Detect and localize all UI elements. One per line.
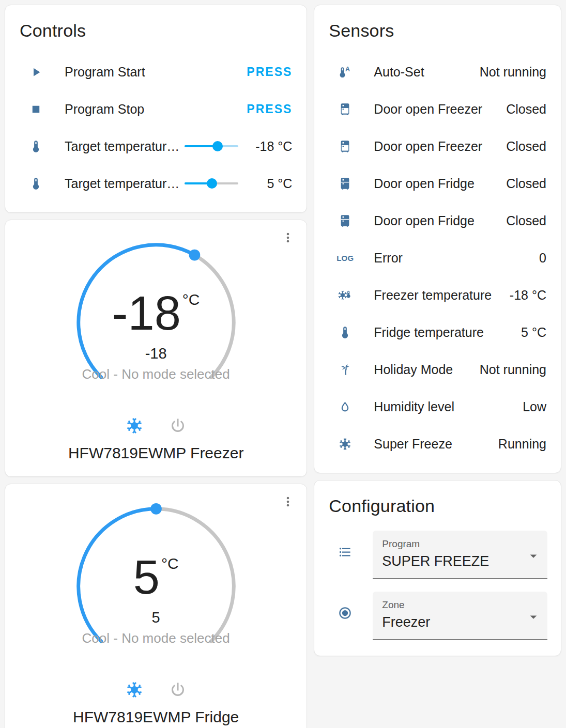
entity-name: Door open Freezer	[374, 102, 500, 117]
slider-handle[interactable]	[207, 178, 217, 189]
palm-tree-icon	[338, 363, 352, 377]
select-label: Zone	[382, 599, 522, 611]
select-label: Program	[382, 538, 522, 550]
menu-icon[interactable]	[281, 494, 295, 509]
entity-name: Super Freeze	[374, 437, 492, 452]
zone-select[interactable]: Zone Freezer	[373, 592, 547, 640]
power-icon[interactable]	[169, 416, 187, 435]
entity-value: Not running	[480, 362, 546, 377]
configuration-card: Configuration Program SUPER FREEZE Zone …	[314, 480, 561, 656]
chevron-down-icon[interactable]	[526, 609, 541, 625]
slider-handle[interactable]	[212, 141, 223, 151]
sensor-row-door-freezer-1[interactable]: Door open Freezer Closed	[314, 90, 561, 128]
fridge-freezer-icon	[338, 102, 352, 116]
dial-readout: 5°C 5 Cool - No mode selected	[69, 500, 243, 673]
entity-name: Door open Fridge	[374, 176, 500, 191]
entity-name: Auto-Set	[374, 65, 473, 80]
sensor-row-super-freeze[interactable]: Super Freeze Running	[314, 425, 561, 462]
hvac-status: Cool - No mode selected	[82, 366, 230, 382]
dashboard: Controls Program Start PRESS Program Sto…	[5, 5, 561, 728]
power-icon[interactable]	[169, 680, 187, 699]
current-temperature: -18°C	[112, 289, 200, 337]
dial-readout: -18°C -18 Cool - No mode selected	[69, 236, 243, 409]
play-icon	[29, 65, 43, 79]
entity-value: Running	[498, 437, 546, 452]
entity-value: Closed	[506, 102, 546, 117]
fridge-icon	[338, 214, 352, 228]
thermostat-name: HFW7819EWMP Fridge	[73, 708, 239, 726]
sensor-row-door-fridge-1[interactable]: Door open Fridge Closed	[314, 165, 561, 202]
sensor-row-freezer-temperature[interactable]: Freezer temperature -18 °C	[314, 276, 561, 314]
water-drop-icon	[338, 400, 352, 414]
thermostat-dial[interactable]: -18°C -18 Cool - No mode selected	[69, 236, 243, 409]
snowflake-icon[interactable]	[125, 416, 144, 435]
hvac-modes	[125, 680, 187, 699]
svg-text:A: A	[345, 65, 350, 72]
snowflake-icon	[338, 437, 352, 451]
chevron-down-icon[interactable]	[526, 548, 541, 564]
controls-card-title: Controls	[5, 5, 307, 53]
entity-value: 5 °C	[521, 325, 546, 340]
snowflake-thermometer-icon	[338, 288, 352, 302]
list-icon	[338, 545, 352, 559]
hvac-modes	[125, 416, 187, 435]
entity-name: Holiday Mode	[374, 362, 473, 377]
entity-name: Program Stop	[65, 102, 247, 117]
config-row-program: Program SUPER FREEZE	[314, 531, 561, 579]
select-value: SUPER FREEZE	[382, 553, 522, 569]
sensors-rows: A Auto-Set Not running	[314, 53, 561, 473]
entity-value: -18 °C	[244, 139, 292, 154]
sensor-row-door-fridge-2[interactable]: Door open Fridge Closed	[314, 202, 561, 239]
sensor-row-auto-set[interactable]: A Auto-Set Not running	[314, 53, 561, 90]
thermometer-icon	[29, 177, 43, 191]
entity-value: 0	[539, 251, 546, 266]
entity-value: Closed	[506, 139, 546, 154]
snowflake-icon[interactable]	[125, 680, 144, 699]
thermostat-dial[interactable]: 5°C 5 Cool - No mode selected	[69, 500, 243, 673]
fridge-icon	[338, 177, 352, 191]
log-icon: LOG	[338, 251, 352, 265]
thermometer-icon	[29, 140, 43, 153]
right-column: Sensors A Auto-Set Not running	[314, 5, 561, 728]
target-temperature: -18	[145, 345, 167, 362]
entity-value: Low	[523, 399, 546, 414]
thermostat-card-fridge: 5°C 5 Cool - No mode selected HFW7819EWM…	[5, 484, 307, 728]
entity-value: Not running	[480, 65, 546, 80]
sensor-row-holiday-mode[interactable]: Holiday Mode Not running	[314, 351, 561, 388]
sensor-row-fridge-temperature[interactable]: Fridge temperature 5 °C	[314, 314, 561, 351]
radiobox-marked-icon	[338, 606, 352, 620]
configuration-card-title: Configuration	[314, 481, 561, 529]
sensor-row-error[interactable]: LOG Error 0	[314, 239, 561, 276]
entity-name: Fridge temperature	[374, 325, 515, 340]
sensor-row-door-freezer-2[interactable]: Door open Freezer Closed	[314, 128, 561, 165]
stop-icon	[29, 102, 43, 116]
sensors-card: Sensors A Auto-Set Not running	[314, 5, 561, 473]
control-row-target-temp-fridge[interactable]: Target temperatur… 5 °C	[5, 165, 307, 202]
entity-value: 5 °C	[244, 176, 292, 191]
sensors-card-title: Sensors	[314, 5, 561, 53]
entity-value: -18 °C	[510, 288, 546, 303]
press-button[interactable]: PRESS	[247, 102, 292, 116]
entity-name: Door open Freezer	[374, 139, 500, 154]
entity-name: Target temperatur…	[65, 139, 179, 154]
temperature-unit: °C	[182, 291, 200, 308]
temperature-slider[interactable]	[185, 178, 238, 189]
current-temperature: 5°C	[133, 553, 179, 601]
control-row-program-start[interactable]: Program Start PRESS	[5, 53, 307, 90]
target-temperature: 5	[152, 609, 160, 626]
entity-name: Error	[374, 251, 533, 266]
hvac-status: Cool - No mode selected	[82, 630, 230, 646]
entity-name: Door open Fridge	[374, 213, 500, 228]
sensor-row-humidity-level[interactable]: Humidity level Low	[314, 388, 561, 425]
temperature-slider[interactable]	[185, 141, 238, 152]
control-row-program-stop[interactable]: Program Stop PRESS	[5, 90, 307, 128]
press-button[interactable]: PRESS	[247, 65, 292, 79]
config-row-zone: Zone Freezer	[314, 592, 561, 640]
control-row-target-temp-freezer[interactable]: Target temperatur… -18 °C	[5, 128, 307, 165]
thermometer-auto-icon: A	[338, 65, 352, 79]
program-select[interactable]: Program SUPER FREEZE	[373, 531, 547, 579]
entity-name: Freezer temperature	[374, 288, 503, 303]
entity-value: Closed	[506, 213, 546, 228]
menu-icon[interactable]	[281, 230, 295, 245]
entity-value: Closed	[506, 176, 546, 191]
